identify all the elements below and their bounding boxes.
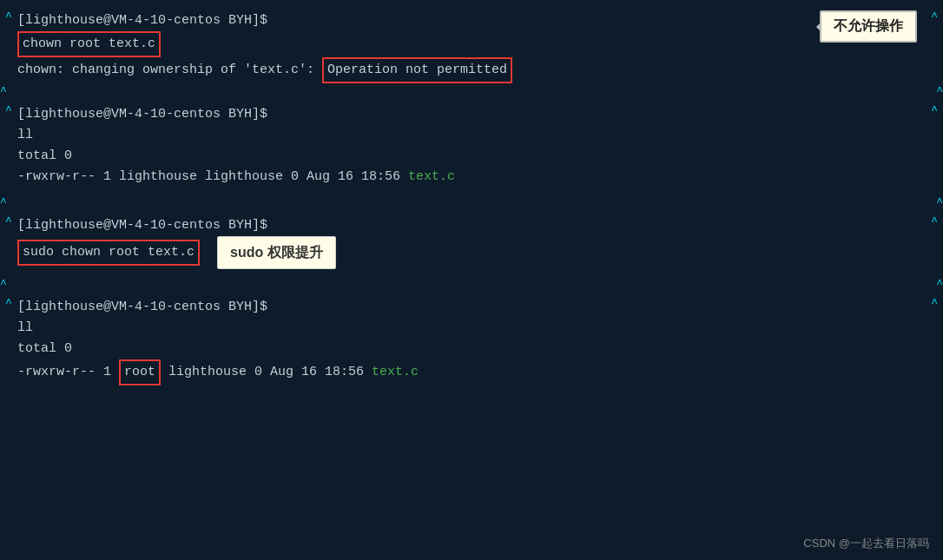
output-total-2: total 0 [17, 146, 926, 167]
cyan-corner-tl-4: ^ [5, 297, 12, 310]
output-1: chown: changing ownership of 'text.c': O… [17, 57, 926, 83]
section-4: ^ ^ [lighthouse@VM-4-10-centos BYH]$ ll … [0, 288, 943, 412]
divider-2: ^ ^ [0, 194, 943, 207]
prompt-text-3: [lighthouse@VM-4-10-centos BYH]$ [17, 218, 267, 233]
prompt-3: [lighthouse@VM-4-10-centos BYH]$ [17, 215, 926, 236]
prompt-text-4: [lighthouse@VM-4-10-centos BYH]$ [17, 300, 267, 314]
annotation-not-permitted: 不允许操作 [820, 10, 917, 43]
command-box-1: chown root text.c [17, 31, 161, 57]
prompt-1: [lighthouse@VM-4-10-centos BYH]$ [17, 10, 926, 31]
watermark: CSDN @一起去看日落吗 [803, 536, 929, 551]
section-3: ^ ^ [lighthouse@VM-4-10-centos BYH]$ sud… [0, 207, 943, 276]
command-3: sudo chown root text.c sudo 权限提升 [17, 236, 926, 269]
prompt-2: [lighthouse@VM-4-10-centos BYH]$ [17, 104, 926, 125]
cyan-corner-tr-2: ^ [931, 104, 938, 117]
prompt-text-1: [lighthouse@VM-4-10-centos BYH]$ [17, 13, 267, 28]
filename-green-4: text.c [372, 365, 419, 379]
cyan-corner-tl-2: ^ [5, 104, 12, 117]
divider-3: ^ ^ [0, 276, 943, 288]
output-file-4: -rwxrw-r-- 1 root lighthouse 0 Aug 16 18… [17, 359, 926, 385]
section-2: ^ ^ [lighthouse@VM-4-10-centos BYH]$ ll … [0, 96, 943, 194]
command-1: chown root text.c [17, 31, 926, 57]
section-1: ^ ^ [lighthouse@VM-4-10-centos BYH]$ cho… [0, 0, 943, 83]
prompt-text-2: [lighthouse@VM-4-10-centos BYH]$ [17, 107, 267, 122]
prompt-4: [lighthouse@VM-4-10-centos BYH]$ [17, 297, 926, 318]
cyan-corner-tr-4: ^ [931, 297, 938, 310]
filename-green-2: text.c [408, 169, 455, 184]
command-2: ll [17, 125, 926, 146]
annotation-sudo: sudo 权限提升 [217, 236, 336, 269]
output-total-4: total 0 [17, 339, 926, 359]
root-box-4: root [119, 359, 161, 385]
cyan-corner-tl-3: ^ [5, 215, 12, 228]
command-box-3: sudo chown root text.c [17, 240, 200, 266]
cyan-corner-tr: ^ [931, 10, 938, 23]
divider-1: ^ ^ [0, 83, 943, 96]
cyan-corner-tr-3: ^ [931, 215, 938, 228]
cyan-corner-tl: ^ [5, 10, 12, 23]
command-4: ll [17, 318, 926, 339]
error-box-1: Operation not permitted [322, 57, 512, 83]
terminal-window: ^ ^ [lighthouse@VM-4-10-centos BYH]$ cho… [0, 0, 943, 560]
output-file-2: -rwxrw-r-- 1 lighthouse lighthouse 0 Aug… [17, 167, 926, 188]
